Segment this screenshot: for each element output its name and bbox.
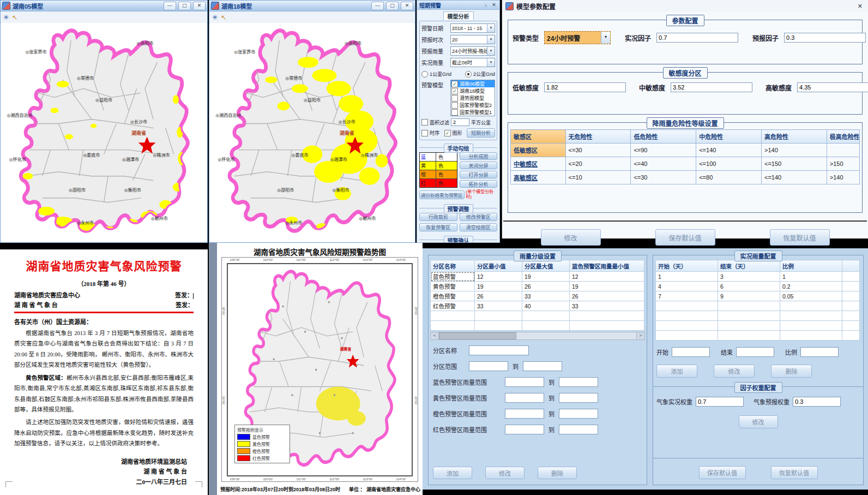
model-item-hunan06[interactable]: ✓ 湖南06模型: [451, 80, 495, 87]
cell[interactable]: 9: [718, 291, 780, 301]
close-splitscreen-button[interactable]: 关闭分屏: [460, 162, 497, 169]
cell[interactable]: 33: [570, 301, 644, 311]
cell[interactable]: [827, 144, 859, 157]
table-row[interactable]: 高敏感区 <=10 <=30 <=80 <=140 >140: [511, 171, 860, 184]
table-row[interactable]: 橙色预警 26 33 26 29: [431, 291, 644, 301]
window2-close-button[interactable]: ✕: [401, 2, 413, 10]
topology-analysis-button[interactable]: 拓扑分析: [460, 180, 497, 188]
table-row[interactable]: 蓝色预警 12 19 12 15: [431, 272, 644, 282]
col-header[interactable]: 无危险性: [565, 130, 631, 144]
cell[interactable]: >140: [761, 144, 827, 157]
short-analysis-button[interactable]: 短期分析: [467, 128, 495, 138]
scrollbar-thumb[interactable]: [439, 332, 516, 339]
yellow-range-min-input[interactable]: [505, 393, 544, 403]
rain-hazard-table[interactable]: 敏感区 无危险性 低危险性 中危险性 高危险性 极高危险性 低敏感区 <=30 …: [510, 129, 860, 184]
yellow-range-max-input[interactable]: [559, 393, 598, 403]
admin-clip-button[interactable]: 行政裁剪: [419, 213, 457, 221]
pointer-tool-icon[interactable]: ↖: [221, 14, 226, 21]
zone-range-min-input[interactable]: [469, 361, 508, 371]
red-range-max-input[interactable]: [559, 425, 598, 434]
col-header[interactable]: 极高危险性: [827, 130, 859, 144]
select-tool-icon[interactable]: ✳: [3, 14, 9, 21]
end-input[interactable]: [736, 347, 774, 357]
red-range-min-input[interactable]: [505, 425, 544, 434]
modify-button[interactable]: 修改: [714, 365, 755, 378]
blue-range-min-input[interactable]: [505, 377, 544, 387]
weight-forecast-input[interactable]: [793, 397, 841, 407]
forecast-factor-input[interactable]: [784, 33, 866, 43]
window2-minimize-button[interactable]: —: [371, 2, 384, 10]
weight-actual-input[interactable]: [696, 397, 744, 407]
cell[interactable]: 19: [475, 282, 522, 291]
orange-range-max-input[interactable]: [559, 409, 598, 419]
cell[interactable]: 4: [656, 282, 718, 291]
area-filter-input[interactable]: [451, 118, 469, 126]
forecast-rain-combo[interactable]: 24小时预报-晚班 ▾: [450, 46, 495, 56]
window2-titlebar[interactable]: 湖南18模型 — ▢ ✕: [209, 1, 415, 11]
checkbox-checked-icon[interactable]: ✓: [451, 88, 458, 94]
chevron-down-icon[interactable]: ▾: [487, 35, 495, 44]
cell[interactable]: >150: [827, 157, 859, 171]
cell[interactable]: 1: [780, 272, 842, 282]
save-defaults-button[interactable]: 保存默认值: [655, 229, 715, 246]
cell[interactable]: 12: [570, 272, 644, 282]
cell[interactable]: 7: [656, 291, 718, 301]
cell[interactable]: >140: [827, 171, 859, 184]
scroll-left-icon[interactable]: <: [431, 332, 439, 339]
cell[interactable]: 黄色预警: [431, 282, 475, 291]
col-header[interactable]: 敏感区: [511, 130, 566, 144]
pointer-tool-icon[interactable]: ↖: [12, 14, 17, 21]
actual-factor-input[interactable]: [656, 33, 738, 43]
delete-button[interactable]: 删除: [771, 365, 812, 378]
rain-grade-table[interactable]: 分区名称 分区最小值 分区最大值 蓝色预警区雨量最小值 蓝色预 蓝色预警 12 …: [430, 260, 644, 331]
cell[interactable]: <=80: [696, 171, 762, 184]
warning-date-combo[interactable]: 2018 - 11 - 15 ▾: [450, 23, 495, 33]
modify-button[interactable]: 修改: [485, 467, 525, 479]
result-to-warnzone-button[interactable]: 调分析结果为预警区: [419, 190, 465, 199]
open-splitscreen-button[interactable]: 打开分屏: [460, 171, 497, 178]
horizontal-scrollbar[interactable]: < >: [430, 332, 645, 340]
actual-rain-table[interactable]: 开始（天） 结束（天） 比例 1 3 1 4 6 0.2 7 9: [655, 260, 860, 341]
cell[interactable]: 红色预警: [431, 301, 475, 311]
window2-map-canvas[interactable]: ◎张家界市 ◎岳阳市 ◎常德市 ◎益阳市 ◎湘西自治州 ◎长沙市 ◎湘潭市 ◎株…: [210, 23, 414, 242]
table-row[interactable]: 红色预警 33 40 33 36: [431, 301, 644, 311]
window2-maximize-button[interactable]: ▢: [386, 2, 399, 10]
window1-titlebar[interactable]: 湖南05模型 — ▢ ✕: [1, 1, 207, 11]
col-header[interactable]: 分区最大值: [522, 260, 570, 272]
cell[interactable]: 19: [522, 272, 570, 282]
graph-checkbox-group[interactable]: ✓ 图形: [444, 129, 462, 136]
cell[interactable]: 12: [475, 272, 522, 282]
modify-warnzone-button[interactable]: 修改预警区: [460, 213, 498, 221]
cell[interactable]: 33: [522, 291, 570, 301]
checkbox-icon[interactable]: [451, 109, 458, 116]
panel-titlebar[interactable]: 短期预警 ↓ ✕: [417, 1, 499, 10]
col-header[interactable]: 中危险性: [696, 130, 762, 144]
select-tool-icon[interactable]: ✳: [212, 14, 218, 21]
warn-type-combo[interactable]: 24小时预警 ▾: [544, 31, 611, 44]
save-defaults-button[interactable]: 保存默认值: [699, 466, 746, 479]
chevron-down-icon[interactable]: ▾: [487, 47, 495, 55]
analyze-to-map-button[interactable]: 分析成图: [460, 152, 497, 160]
cell[interactable]: 1: [656, 272, 718, 282]
checkbox-icon[interactable]: [421, 130, 428, 136]
checkbox-icon[interactable]: [451, 95, 458, 102]
blue-range-max-input[interactable]: [559, 377, 598, 387]
model-list[interactable]: ✓ 湖南06模型 ✓ 湖南18模型 潜势图模型: [450, 80, 495, 116]
col-header[interactable]: 高危险性: [761, 130, 827, 144]
cell[interactable]: <=30: [631, 171, 696, 184]
restore-defaults-button[interactable]: 恢复默认值: [771, 466, 818, 479]
cell[interactable]: <=150: [761, 157, 827, 171]
cell[interactable]: <=20: [565, 157, 631, 171]
cell[interactable]: 26: [570, 291, 644, 301]
panel-close-icon[interactable]: ✕: [491, 2, 497, 8]
col-header[interactable]: 低危险性: [631, 130, 696, 144]
radio-1km-grid[interactable]: 1公里Grid: [421, 70, 451, 77]
ratio-input[interactable]: [800, 347, 839, 357]
cell[interactable]: 19: [570, 282, 644, 291]
area-filter-checkbox[interactable]: [421, 119, 428, 126]
zone-name-input[interactable]: [469, 345, 529, 355]
window1-minimize-button[interactable]: —: [164, 2, 176, 10]
cell[interactable]: 橙色预警: [431, 291, 475, 301]
restore-defaults-button[interactable]: 恢复默认值: [770, 229, 830, 246]
add-button[interactable]: 添加: [656, 365, 697, 378]
